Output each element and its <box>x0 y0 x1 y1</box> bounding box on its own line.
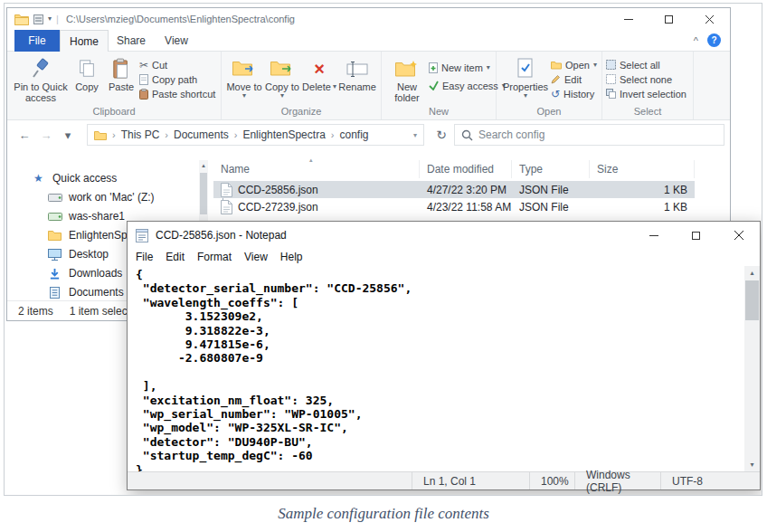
notepad-titlebar[interactable]: CCD-25856.json - Notepad <box>128 222 760 249</box>
menu-help[interactable]: Help <box>274 249 309 266</box>
sidebar-item-label: Desktop <box>69 248 109 261</box>
menu-file[interactable]: File <box>129 249 159 266</box>
recent-locations-chevron-icon[interactable]: ▾ <box>60 129 76 141</box>
scroll-up-icon[interactable]: ▴ <box>744 269 760 277</box>
copy-button[interactable]: Copy <box>71 55 103 92</box>
chevron-down-icon: ▾ <box>242 92 246 100</box>
notepad-maximize-button[interactable] <box>675 222 717 249</box>
notepad-close-button[interactable] <box>717 222 760 249</box>
breadcrumb-enlightenspectra[interactable]: EnlightenSpectra <box>242 128 325 141</box>
column-header-type[interactable]: Type <box>512 160 590 178</box>
explorer-folder-icon <box>14 14 29 25</box>
move-to-button[interactable]: Move to▾ <box>225 55 263 100</box>
pin-icon <box>31 56 51 81</box>
open-button[interactable]: Open ▾ <box>551 58 598 71</box>
column-header-size[interactable]: Size <box>590 160 695 178</box>
column-header-date-modified[interactable]: Date modified <box>420 160 512 178</box>
help-icon[interactable]: ? <box>707 33 721 47</box>
delete-label: Delete <box>302 81 331 92</box>
file-name: CCD-25856.json <box>238 184 318 196</box>
column-header-name[interactable]: Name <box>213 160 420 178</box>
table-row[interactable]: CCD-25856.json 4/27/22 3:20 PM JSON File… <box>213 181 695 198</box>
forward-icon[interactable]: → <box>38 128 54 142</box>
edit-label: Edit <box>564 74 582 85</box>
tab-home[interactable]: Home <box>60 30 109 52</box>
minimize-icon <box>624 19 633 20</box>
sidebar-item-documents[interactable]: Documents <box>47 283 124 300</box>
cut-button[interactable]: ✂ Cut <box>139 58 217 71</box>
table-row[interactable]: CCD-27239.json 4/23/22 11:58 AM JSON Fil… <box>213 198 695 215</box>
ribbon-group-clipboard: Pin to Quick access Copy Paste ✂ <box>7 52 222 119</box>
pin-to-quick-access-button[interactable]: Pin to Quick access <box>11 55 71 103</box>
notepad-scrollbar[interactable]: ▴ ▾ <box>744 266 760 471</box>
copy-path-button[interactable]: Copy path <box>139 72 217 86</box>
menu-format[interactable]: Format <box>191 249 238 266</box>
qat-properties-icon[interactable] <box>33 14 43 24</box>
back-icon[interactable]: ← <box>16 128 33 142</box>
edit-button[interactable]: Edit <box>551 72 598 86</box>
sidebar-item-work-on-mac[interactable]: work on 'Mac' (Z:) <box>47 188 197 206</box>
sidebar-item-was-share1[interactable]: was-share1 <box>47 207 125 225</box>
ribbon-tab-bar-right: ^ ? <box>694 30 730 51</box>
explorer-close-button[interactable] <box>689 8 730 30</box>
scrollbar-thumb[interactable] <box>745 280 759 320</box>
rename-label: Rename <box>338 81 376 92</box>
breadcrumb-this-pc[interactable]: This PC <box>121 128 160 141</box>
select-all-button[interactable]: Select all <box>606 58 689 71</box>
paste-button[interactable]: Paste <box>103 55 139 92</box>
paste-shortcut-button[interactable]: Paste shortcut <box>139 87 217 100</box>
qat-customize-chevron-icon[interactable]: ▾ <box>48 15 52 23</box>
maximize-icon <box>692 232 700 240</box>
explorer-maximize-button[interactable] <box>649 8 689 30</box>
copy-to-icon <box>270 56 294 81</box>
ribbon-group-open: Properties▾ Open ▾ Edit ↺ History <box>497 52 602 119</box>
star-icon: ★ <box>31 172 46 185</box>
encoding-label: UTF-8 <box>672 475 703 488</box>
address-dropdown-chevron-icon[interactable]: ▾ <box>413 131 417 139</box>
refresh-icon[interactable]: ↻ <box>431 124 452 146</box>
new-item-button[interactable]: New item ▾ <box>429 61 492 74</box>
rename-icon <box>346 56 368 81</box>
notepad-text-area[interactable]: { "detector_serial_number": "CCD-25856",… <box>128 266 744 471</box>
new-folder-button[interactable]: New folder <box>385 55 429 103</box>
breadcrumb[interactable]: › This PC › Documents › EnlightenSpectra… <box>87 124 424 146</box>
sidebar-item-quick-access[interactable]: ★ Quick access <box>31 169 117 187</box>
sidebar-item-desktop[interactable]: Desktop <box>47 245 109 263</box>
delete-button[interactable]: × Delete▾ <box>301 55 337 92</box>
explorer-minimize-button[interactable] <box>608 8 649 30</box>
select-none-button[interactable]: Select none <box>606 72 689 86</box>
scrollbar-thumb[interactable] <box>200 173 207 214</box>
breadcrumb-config[interactable]: config <box>339 128 368 141</box>
organize-group-label: Organize <box>222 106 381 117</box>
column-header-label: Date modified <box>427 163 494 176</box>
zoom-level[interactable]: 100% <box>529 472 574 489</box>
history-button[interactable]: ↺ History <box>551 87 598 100</box>
ribbon-group-select: Select all Select none Invert selection … <box>602 52 694 119</box>
line-ending-indicator: Windows (CRLF) <box>574 472 660 489</box>
ribbon-collapse-icon[interactable]: ^ <box>694 35 698 46</box>
notepad-minimize-button[interactable] <box>632 222 675 249</box>
sort-ascending-icon: ▴ <box>309 157 313 164</box>
breadcrumb-documents[interactable]: Documents <box>174 128 229 141</box>
tab-view[interactable]: View <box>154 30 199 52</box>
explorer-titlebar[interactable]: ▾ | C:\Users\mzieg\Documents\EnlightenSp… <box>7 8 730 30</box>
menu-view[interactable]: View <box>238 249 274 266</box>
invert-selection-button[interactable]: Invert selection <box>606 87 689 100</box>
scroll-up-icon[interactable]: ▴ <box>199 160 208 168</box>
scroll-down-icon[interactable]: ▾ <box>744 461 760 469</box>
sidebar-item-downloads[interactable]: Downloads <box>47 264 122 282</box>
column-header-label: Type <box>519 163 543 176</box>
quick-access-toolbar: ▾ | C:\Users\mzieg\Documents\EnlightenSp… <box>7 14 295 25</box>
easy-access-button[interactable]: Easy access ▾ <box>429 79 492 92</box>
file-size: 1 KB <box>664 184 687 196</box>
menu-edit[interactable]: Edit <box>159 249 191 266</box>
tab-file[interactable]: File <box>14 30 60 52</box>
search-input[interactable] <box>478 128 717 141</box>
tab-share[interactable]: Share <box>109 30 154 52</box>
copy-to-button[interactable]: Copy to▾ <box>263 55 301 100</box>
file-date: 4/23/22 11:58 AM <box>427 201 511 214</box>
rename-button[interactable]: Rename <box>337 55 377 92</box>
sidebar-item-label: work on 'Mac' (Z:) <box>69 191 155 204</box>
breadcrumb-separator: › <box>165 129 168 140</box>
properties-button[interactable]: Properties▾ <box>500 55 551 100</box>
